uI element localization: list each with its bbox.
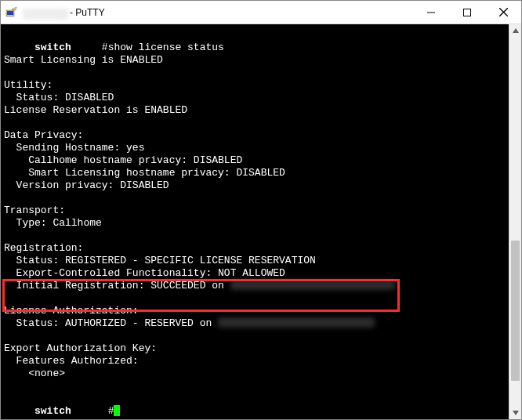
scrollbar-track[interactable] — [509, 37, 521, 407]
output-line: <none> — [4, 368, 65, 379]
window-title: - PuTTY — [70, 7, 105, 18]
terminal-cursor — [114, 405, 120, 416]
output-line: Transport: — [4, 205, 65, 216]
prompt-symbol: # — [108, 405, 114, 417]
output-line: Status: DISABLED — [4, 92, 114, 103]
scroll-up-button[interactable] — [509, 24, 521, 37]
terminal-output[interactable]: switch #show license status Smart Licens… — [1, 24, 509, 419]
scrollbar-thumb[interactable] — [511, 241, 520, 381]
output-line: switch #show license status — [4, 42, 224, 53]
scroll-down-button[interactable] — [509, 407, 521, 419]
prompt-host: switch — [34, 42, 71, 53]
vertical-scrollbar[interactable] — [509, 24, 521, 419]
output-line: Status: AUTHORIZED - RESERVED on — [4, 317, 375, 329]
output-line: Version privacy: DISABLED — [4, 179, 169, 191]
output-line: Status: REGISTERED - SPECIFIC LICENSE RE… — [4, 255, 316, 266]
prompt-line: switch # — [4, 405, 120, 417]
output-line: Export Authorization Key: — [4, 342, 157, 354]
window-titlebar: - PuTTY — [1, 1, 521, 24]
output-line: Callhome hostname privacy: DISABLED — [4, 154, 242, 166]
minimize-button[interactable] — [413, 1, 449, 24]
prompt-symbol: # — [102, 42, 108, 53]
window-controls — [413, 1, 521, 24]
prompt-host: switch — [34, 405, 71, 417]
output-line: Smart Licensing is ENABLED — [4, 54, 163, 66]
redacted-text — [218, 317, 375, 328]
title-redacted — [23, 9, 68, 20]
output-line: License Authorization: — [4, 305, 139, 317]
maximize-button[interactable] — [449, 1, 485, 24]
output-line: Utility: — [4, 79, 53, 91]
close-button[interactable] — [485, 1, 521, 24]
output-line: Data Privacy: — [4, 129, 83, 141]
svg-rect-1 — [7, 11, 13, 15]
output-line: License Reservation is ENABLED — [4, 104, 187, 116]
svg-rect-3 — [464, 9, 471, 16]
command-text: show license status — [108, 42, 224, 53]
output-line: Features Authorized: — [4, 355, 139, 367]
output-line: Export-Controlled Functionality: NOT ALL… — [4, 267, 285, 279]
output-line: Initial Registration: SUCCEEDED on — [4, 280, 395, 291]
redacted-text — [230, 280, 395, 290]
output-line: Registration: — [4, 242, 83, 254]
output-line: Type: Callhome — [4, 217, 102, 229]
terminal-area: switch #show license status Smart Licens… — [1, 24, 521, 419]
output-line: Sending Hostname: yes — [4, 142, 144, 154]
output-line: Smart Licensing hostname privacy: DISABL… — [4, 167, 285, 179]
putty-icon — [5, 6, 18, 19]
